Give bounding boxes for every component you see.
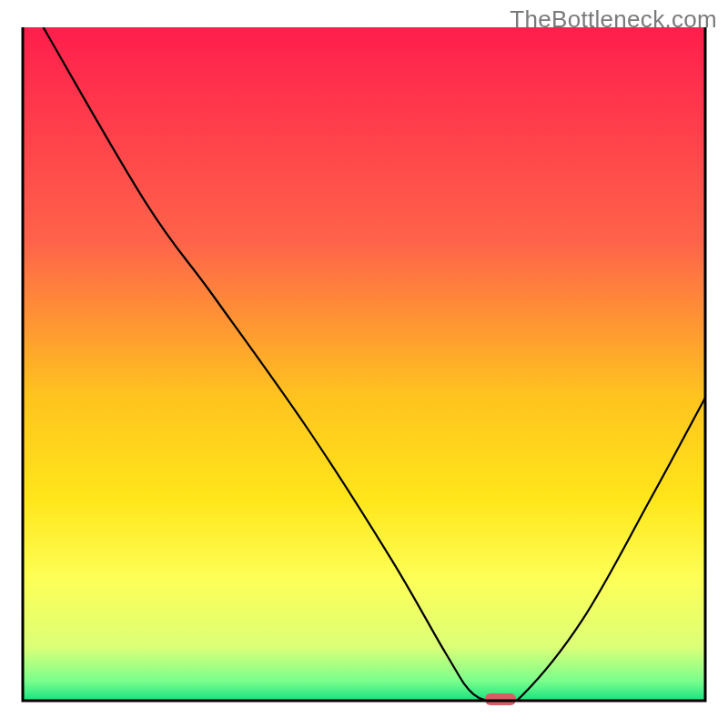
plot-background xyxy=(23,27,705,701)
chart-stage: TheBottleneck.com xyxy=(0,0,728,728)
bottleneck-chart xyxy=(0,0,728,728)
watermark-text: TheBottleneck.com xyxy=(510,5,717,34)
